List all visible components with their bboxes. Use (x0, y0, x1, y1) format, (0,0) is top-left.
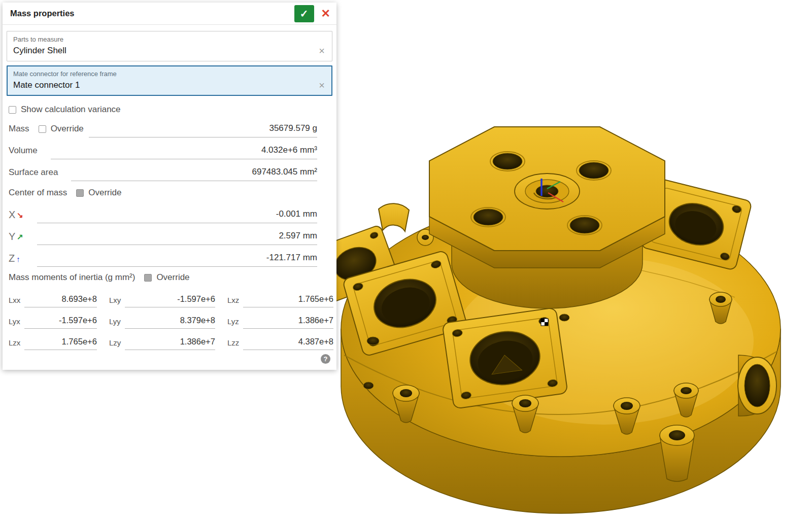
mass-label: Mass (9, 124, 29, 137)
center-of-mass-row: Center of mass Override (9, 181, 317, 201)
help-icon[interactable]: ? (321, 354, 330, 364)
parts-field-value: Cylinder Shell (13, 46, 318, 56)
dialog-title: Mass properties (10, 9, 294, 18)
mate-connector-field[interactable]: Mate connector for reference frame Mate … (7, 65, 332, 96)
inertia-cell-lyy: Lyy 8.379e+8 (109, 307, 215, 329)
com-x-value: -0.001 mm (37, 209, 317, 223)
com-y-row: Y ↗ 2.597 mm (9, 223, 317, 245)
mate-field-value: Mate connector 1 (13, 80, 318, 90)
inertia-override-label: Override (156, 272, 189, 286)
inertia-cell-lxx: Lxx 8.693e+8 (9, 286, 97, 307)
inertia-label: Mass moments of inertia (g mm²) (9, 272, 135, 286)
center-of-mass-label: Center of mass (9, 188, 67, 201)
clear-mate-icon[interactable]: × (318, 80, 326, 90)
mass-value: 35679.579 g (89, 123, 317, 137)
clear-parts-icon[interactable]: × (318, 46, 326, 56)
com-y-value: 2.597 mm (37, 231, 317, 245)
axis-x-label: X ↘ (9, 209, 32, 223)
mass-properties-dialog: Mass properties ✓ ✕ Parts to measure Cyl… (3, 3, 336, 370)
volume-label: Volume (9, 146, 38, 159)
inertia-cell-lyz: Lyz 1.386e+7 (227, 307, 333, 329)
dialog-header: Mass properties ✓ ✕ (3, 3, 336, 25)
inertia-header-row: Mass moments of inertia (g mm²) Override (9, 267, 317, 286)
volume-value: 4.032e+6 mm³ (51, 145, 317, 159)
center-boss (515, 174, 580, 209)
com-z-row: Z ↑ -121.717 mm (9, 245, 317, 267)
top-flange (429, 127, 665, 268)
com-x-row: X ↘ -0.001 mm (9, 201, 317, 223)
inertia-override-checkbox[interactable] (144, 274, 152, 282)
inertia-cell-lzx: Lzx 1.765e+6 (9, 329, 97, 350)
parts-to-measure-field[interactable]: Parts to measure Cylinder Shell × (7, 31, 332, 61)
variance-checkbox[interactable] (9, 106, 16, 114)
mass-row: Mass Override 35679.579 g (9, 116, 317, 137)
com-override-label: Override (88, 188, 121, 201)
help-row: ? (3, 350, 336, 370)
axis-y-arrow-icon: ↗ (17, 232, 23, 241)
inertia-cell-lxy: Lxy -1.597e+6 (109, 286, 215, 307)
axis-z-label: Z ↑ (9, 253, 32, 267)
dialog-body: Parts to measure Cylinder Shell × Mate c… (3, 25, 336, 370)
check-icon: ✓ (300, 8, 309, 20)
close-button[interactable]: ✕ (321, 8, 330, 19)
surface-area-label: Surface area (9, 167, 58, 181)
com-z-value: -121.717 mm (37, 253, 317, 267)
inertia-cell-lzz: Lzz 4.387e+8 (227, 329, 333, 350)
inertia-cell-lzy: Lzy 1.386e+7 (109, 329, 215, 350)
axis-x-arrow-icon: ↘ (17, 211, 23, 220)
variance-label: Show calculation variance (21, 105, 121, 115)
orbit-cursor-icon (541, 319, 548, 326)
volume-row: Volume 4.032e+6 mm³ (9, 137, 317, 159)
surface-area-value: 697483.045 mm² (71, 167, 317, 181)
inertia-grid: Lxx 8.693e+8 Lxy -1.597e+6 Lxz 1.765e+6 … (9, 286, 333, 350)
inertia-cell-lyx: Lyx -1.597e+6 (9, 307, 97, 329)
mass-override-checkbox[interactable] (39, 125, 46, 133)
mounting-port (442, 307, 567, 409)
close-icon: ✕ (321, 7, 330, 20)
axis-z-arrow-icon: ↑ (16, 255, 20, 263)
axis-y-label: Y ↗ (9, 231, 32, 245)
parts-field-label: Parts to measure (13, 36, 326, 43)
variance-row: Show calculation variance (9, 105, 330, 115)
inertia-cell-lxz: Lxz 1.765e+6 (227, 286, 333, 307)
com-override-checkbox[interactable] (76, 189, 84, 197)
mass-override-label: Override (51, 124, 84, 137)
mate-field-label: Mate connector for reference frame (13, 70, 326, 78)
confirm-button[interactable]: ✓ (294, 5, 314, 22)
surface-area-row: Surface area 697483.045 mm² (9, 159, 317, 181)
